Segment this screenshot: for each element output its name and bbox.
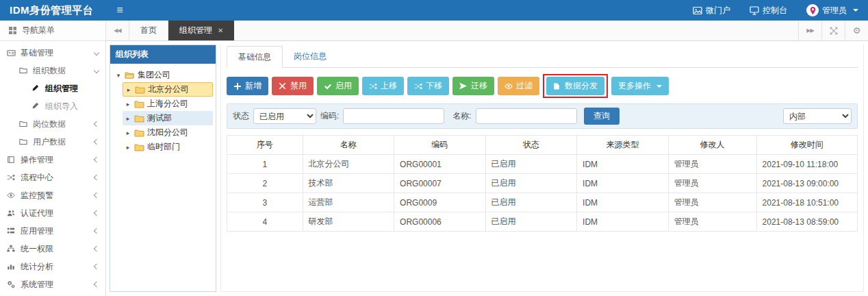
chevron-down-icon xyxy=(853,9,858,12)
tree-expand-icon[interactable]: ▸ xyxy=(125,86,132,93)
sidebar-item-org-data[interactable]: 组织数据 xyxy=(0,62,105,79)
add-button[interactable]: 新增 xyxy=(227,77,268,95)
tree-node-label[interactable]: 上海分公司 xyxy=(147,98,188,110)
tab-strip: ◀◀ 首页 组织管理 ✕ ▶▶ ⚙ xyxy=(106,21,868,41)
tree-node[interactable]: ▸ 上海分公司 xyxy=(123,97,213,111)
sidebar-item-position-data[interactable]: 岗位数据 xyxy=(0,115,105,133)
tree-node-label[interactable]: 集团公司 xyxy=(138,69,170,81)
console-link[interactable]: 控制台 xyxy=(740,0,797,21)
code-input[interactable] xyxy=(343,108,444,124)
chevron-left-icon xyxy=(94,175,99,180)
sidebar-item-org-manage[interactable]: 组织管理 xyxy=(0,79,105,97)
sidebar-item-label: 组织管理 xyxy=(45,83,99,95)
tree-node[interactable]: ▸ 临时部门 xyxy=(123,140,213,154)
sidebar-header: 导航菜单 xyxy=(0,21,105,41)
tree-node-selected[interactable]: ▸ 北京分公司 xyxy=(123,82,213,97)
move-down-button-label: 下移 xyxy=(426,80,442,92)
data-distribute-button[interactable]: 数据分发 xyxy=(546,77,604,95)
sidebar-toggle-icon[interactable]: ≡ xyxy=(106,4,133,16)
sidebar: 导航菜单 基础管理 组织数据 组织管理 组织导入 xyxy=(0,21,106,296)
tree-node-label[interactable]: 临时部门 xyxy=(147,141,180,153)
content-area: 组织列表 ▾ 集团公司 ▸ 北京分公司 ▸ 上海分 xyxy=(106,41,868,296)
query-button-label: 查询 xyxy=(593,110,610,122)
close-icon[interactable]: ✕ xyxy=(218,27,223,34)
tree-expand-icon[interactable]: ▾ xyxy=(115,72,122,79)
fullscreen-button[interactable] xyxy=(821,21,845,40)
sidebar-item-statistics[interactable]: 统计分析 xyxy=(0,258,105,275)
user-menu[interactable]: 管理员 xyxy=(797,0,868,21)
tree-expand-icon[interactable]: ▸ xyxy=(125,115,131,122)
query-button[interactable]: 查询 xyxy=(584,108,620,125)
sidebar-item-app-mgmt[interactable]: 应用管理 xyxy=(0,222,105,240)
name-input[interactable] xyxy=(476,108,577,124)
cell-modifier: 管理员 xyxy=(668,174,756,193)
tree-node-label[interactable]: 测试部 xyxy=(147,112,172,124)
sidebar-item-auth-proxy[interactable]: 认证代理 xyxy=(0,204,105,222)
enable-button[interactable]: 启用 xyxy=(317,77,359,95)
sidebar-item-user-data[interactable]: 用户数据 xyxy=(0,133,105,151)
tree-expand-icon[interactable]: ▸ xyxy=(125,130,131,136)
table-row[interactable]: 2 技术部 ORG00007 已启用 IDM 管理员 2021-08-13 09… xyxy=(227,174,858,193)
table-row[interactable]: 4 研发部 ORG00006 已启用 IDM 管理员 2021-08-13 08… xyxy=(227,212,858,232)
tree-node-root[interactable]: ▾ 集团公司 xyxy=(113,68,213,82)
sidebar-item-label: 统一权限 xyxy=(21,243,90,255)
sidebar-item-label: 监控预警 xyxy=(21,190,90,201)
tree-expand-icon[interactable]: ▸ xyxy=(125,101,131,108)
sidebar-item-system-mgmt[interactable]: 系统管理 xyxy=(0,275,105,293)
sidebar-item-unified-permission[interactable]: 统一权限 xyxy=(0,240,105,258)
status-select[interactable]: 已启用 xyxy=(253,108,316,124)
cell-seq: 2 xyxy=(227,174,303,193)
move-down-button[interactable]: 下移 xyxy=(407,77,449,95)
eye-icon xyxy=(7,191,16,200)
chevron-down-icon xyxy=(94,50,99,56)
table-row[interactable]: 3 运营部 ORG0009 已启用 IDM 管理员 2021-08-18 10:… xyxy=(227,193,858,212)
cell-status: 已启用 xyxy=(485,174,577,193)
cell-source-type: IDM xyxy=(577,193,669,212)
scope-select[interactable]: 内部 xyxy=(783,108,852,124)
tab-home-label: 首页 xyxy=(140,25,157,36)
tree-node[interactable]: ▸ 测试部 xyxy=(123,111,213,125)
org-tree-panel: 组织列表 ▾ 集团公司 ▸ 北京分公司 ▸ 上海分 xyxy=(110,45,216,292)
portal-label: 微门户 xyxy=(706,5,730,16)
annotation-highlight-box: 数据分发 xyxy=(543,74,608,98)
filter-bar: 状态 已启用 编码: 名称: 查询 内部 xyxy=(227,103,858,129)
cell-name: 运营部 xyxy=(303,193,394,212)
sidebar-item-label: 流程中心 xyxy=(21,172,90,184)
tabs-scroll-left-button[interactable]: ◀◀ xyxy=(106,21,129,40)
folder-icon xyxy=(134,129,144,137)
disable-button[interactable]: 禁用 xyxy=(272,77,314,95)
tree-expand-icon[interactable]: ▸ xyxy=(125,144,131,151)
chevron-left-icon xyxy=(94,282,99,287)
filter-button[interactable]: 过滤 xyxy=(498,77,539,95)
tab-org-manage[interactable]: 组织管理 ✕ xyxy=(168,21,234,40)
col-name: 名称 xyxy=(303,136,394,155)
move-up-button[interactable]: 上移 xyxy=(362,77,404,95)
tab-home[interactable]: 首页 xyxy=(129,21,168,40)
table-header-row: 序号 名称 编码 状态 来源类型 修改人 修改时间 xyxy=(227,136,858,155)
cell-modified-time: 2021-08-13 08:59:00 xyxy=(756,212,857,232)
cell-seq: 3 xyxy=(227,193,303,212)
name-label: 名称: xyxy=(452,110,471,122)
sidebar-item-monitor-alert[interactable]: 监控预警 xyxy=(0,186,105,204)
tree-node-label[interactable]: 沈阳分公司 xyxy=(147,127,188,138)
col-seq: 序号 xyxy=(227,136,303,155)
tree-node-label[interactable]: 北京分公司 xyxy=(148,84,189,95)
folder-icon xyxy=(134,114,144,123)
tree-node[interactable]: ▸ 沈阳分公司 xyxy=(123,125,213,140)
migrate-button[interactable]: 迁移 xyxy=(452,77,494,95)
sidebar-item-operation-mgmt[interactable]: 操作管理 xyxy=(0,151,105,169)
settings-button[interactable]: ⚙ xyxy=(845,21,868,40)
tabs-scroll-right-button[interactable]: ▶▶ xyxy=(798,21,821,40)
sidebar-item-basic-mgmt[interactable]: 基础管理 xyxy=(0,44,105,62)
more-actions-button[interactable]: 更多操作 xyxy=(611,77,669,95)
portal-link[interactable]: 微门户 xyxy=(683,0,740,21)
users-icon xyxy=(7,209,16,218)
tab-position-info[interactable]: 岗位信息 xyxy=(283,46,337,67)
sidebar-item-org-import[interactable]: 组织导入 xyxy=(0,97,105,115)
cell-seq: 4 xyxy=(227,212,303,232)
table-row[interactable]: 1 北京分公司 ORG00001 已启用 IDM 管理员 2021-09-10 … xyxy=(227,155,858,174)
sidebar-item-label: 认证代理 xyxy=(21,208,90,219)
console-label: 控制台 xyxy=(763,5,787,16)
tab-basic-info[interactable]: 基础信息 xyxy=(227,46,283,68)
sidebar-item-process-center[interactable]: 流程中心 xyxy=(0,169,105,186)
